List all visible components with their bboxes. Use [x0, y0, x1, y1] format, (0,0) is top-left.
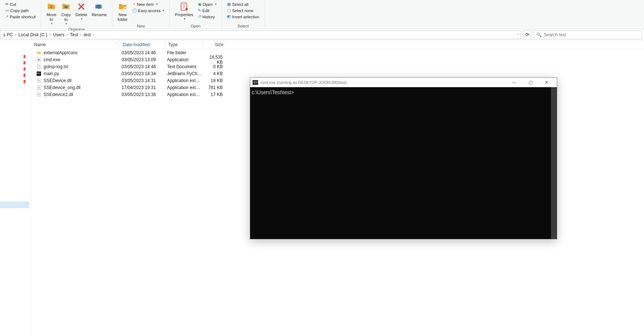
file-type: File folder	[164, 50, 202, 55]
pin-icon[interactable]: 📌	[21, 66, 27, 72]
file-date: 03/05/2023 14:46	[119, 64, 164, 69]
close-button[interactable]: ✕	[538, 78, 555, 87]
pin-icon[interactable]: 📌	[21, 73, 27, 78]
txt-icon	[36, 64, 41, 69]
chevron-right-icon[interactable]: ›	[67, 33, 68, 37]
pin-icon[interactable]: 📌	[21, 79, 27, 85]
breadcrumb-part[interactable]: Users	[51, 32, 66, 37]
select-all-button[interactable]: ▦ Select all	[226, 1, 260, 7]
rename-button[interactable]: Rename	[89, 1, 109, 18]
file-name: golisp-log.txt	[44, 64, 68, 69]
col-size-label: Size	[215, 42, 223, 47]
file-type: Text Document	[164, 64, 202, 69]
nav-selected-item[interactable]	[0, 202, 29, 208]
paste-shortcut-button[interactable]: ↗ Paste shortcut	[4, 14, 36, 19]
cmd-scrollbar[interactable]	[551, 87, 557, 239]
cmd-prompt: c:\Users\Test\test>	[252, 89, 294, 95]
pin-icon[interactable]: 📌	[21, 60, 27, 66]
ribbon-group-select: ▦ Select all ▢ Select none ◩ Invert sele…	[222, 0, 265, 29]
file-date: 03/05/2023 13:09	[119, 57, 164, 62]
move-to-label: Move to	[47, 12, 56, 22]
invert-selection-label: Invert selection	[232, 15, 259, 19]
svg-text:PC: PC	[37, 72, 40, 75]
search-input[interactable]	[544, 32, 639, 37]
easy-access-icon: ◯	[132, 8, 137, 13]
easy-access-button[interactable]: ◯ Easy access ▾	[132, 8, 165, 13]
chevron-right-icon[interactable]: ›	[93, 33, 94, 37]
file-name: main.py	[44, 71, 59, 76]
breadcrumb-part[interactable]: test	[82, 32, 92, 37]
cmd-window[interactable]: C:\ cmd.exe (running as DESKTOP-JOORUN0\…	[250, 77, 557, 239]
move-to-button[interactable]: Move to ▾	[44, 1, 59, 26]
history-icon: ↺	[198, 14, 201, 19]
file-row[interactable]: externalAppIcons03/05/2023 14:46File fol…	[31, 49, 644, 56]
chevron-down-icon: ▾	[156, 3, 158, 6]
cut-label: Cut	[10, 2, 16, 7]
file-row[interactable]: PCmain.py03/05/2023 14:34JetBrains PyCha…	[31, 70, 644, 77]
open-button[interactable]: ▣ Open ▾	[197, 1, 217, 7]
delete-icon	[76, 1, 86, 12]
new-folder-label: New folder	[118, 12, 128, 22]
col-date-header[interactable]: Date modified	[120, 40, 165, 49]
chevron-right-icon[interactable]: ›	[49, 33, 51, 37]
chevron-right-icon[interactable]: ›	[80, 33, 81, 37]
svg-point-19	[38, 94, 39, 95]
history-button[interactable]: ↺ History	[197, 14, 217, 19]
file-date: 03/05/2023 13:36	[119, 92, 164, 97]
new-group-title: New	[137, 23, 145, 29]
file-type: JetBrains PyChar...	[164, 71, 202, 76]
new-folder-button[interactable]: New folder	[115, 1, 130, 23]
col-name-header[interactable]: Name	[31, 40, 114, 49]
search-box[interactable]: 🔍	[534, 30, 642, 39]
cmd-titlebar[interactable]: C:\ cmd.exe (running as DESKTOP-JOORUN0\…	[250, 78, 557, 87]
refresh-button[interactable]: ⟳	[523, 30, 532, 39]
breadcrumb-part[interactable]: s PC	[2, 32, 14, 37]
open-icon: ▣	[198, 2, 201, 7]
breadcrumb-part[interactable]: Test	[69, 32, 79, 37]
file-name: cmd.exe	[44, 57, 60, 62]
edit-button[interactable]: ✎ Edit	[197, 8, 217, 13]
copy-path-label: Copy path	[10, 8, 29, 13]
chevron-down-icon[interactable]: ⌄	[517, 32, 519, 36]
col-name-label: Name	[34, 42, 46, 47]
copy-to-button[interactable]: Copy to ▾	[59, 1, 73, 26]
sort-indicator[interactable]: ˆ	[114, 40, 120, 49]
ribbon-group-open: Properties ▾ ▣ Open ▾ ✎ Edit ↺ History	[170, 0, 222, 29]
invert-selection-button[interactable]: ◩ Invert selection	[226, 14, 260, 19]
chevron-down-icon: ▾	[184, 17, 185, 21]
chevron-right-icon[interactable]: ›	[15, 33, 16, 37]
file-row[interactable]: cmd.exe03/05/2023 13:09Application18,535…	[31, 56, 644, 63]
new-folder-icon	[118, 1, 128, 12]
properties-button[interactable]: Properties ▾	[173, 1, 195, 22]
new-item-button[interactable]: ✦ New item ▾	[132, 1, 165, 7]
pin-icon[interactable]: 📌	[21, 54, 27, 60]
path-icon: ▭	[5, 8, 9, 13]
breadcrumb[interactable]: s PC›Local Disk (C:)›Users›Test›test› ⌄	[0, 30, 521, 39]
chevron-down-icon: ▾	[163, 9, 164, 12]
ribbon-group-clipboard: ✂ Cut ▭ Copy path ↗ Paste shortcut	[0, 0, 41, 29]
file-name: SSEDevice.dll	[44, 78, 71, 83]
minimize-button[interactable]: —	[506, 78, 522, 87]
svg-point-7	[38, 59, 40, 60]
svg-rect-1	[96, 5, 101, 8]
cut-button[interactable]: ✂ Cut	[4, 1, 36, 7]
file-row[interactable]: golisp-log.txt03/05/2023 14:46Text Docum…	[31, 63, 644, 70]
breadcrumb-part[interactable]: Local Disk (C:)	[17, 32, 49, 37]
cmd-body[interactable]: c:\Users\Test\test>	[250, 87, 557, 239]
maximize-button[interactable]: ▢	[522, 78, 538, 87]
svg-point-5	[185, 8, 188, 10]
delete-button[interactable]: Delete ▾	[73, 1, 89, 22]
copy-path-button[interactable]: ▭ Copy path	[4, 8, 36, 13]
copy-to-label: Copy to	[61, 12, 71, 22]
file-date: 03/05/2023 14:46	[119, 50, 164, 55]
ribbon: ✂ Cut ▭ Copy path ↗ Paste shortcut	[0, 0, 644, 29]
col-type-header[interactable]: Type	[165, 40, 203, 49]
file-size: 781 KB	[202, 85, 226, 90]
search-icon: 🔍	[536, 32, 542, 37]
select-none-button[interactable]: ▢ Select none	[226, 8, 260, 13]
history-label: History	[203, 15, 215, 19]
select-all-label: Select all	[232, 2, 249, 7]
col-size-header[interactable]: Size	[203, 40, 227, 49]
chevron-down-icon: ▾	[215, 3, 216, 6]
cmd-scrollbar-thumb[interactable]	[551, 87, 557, 239]
